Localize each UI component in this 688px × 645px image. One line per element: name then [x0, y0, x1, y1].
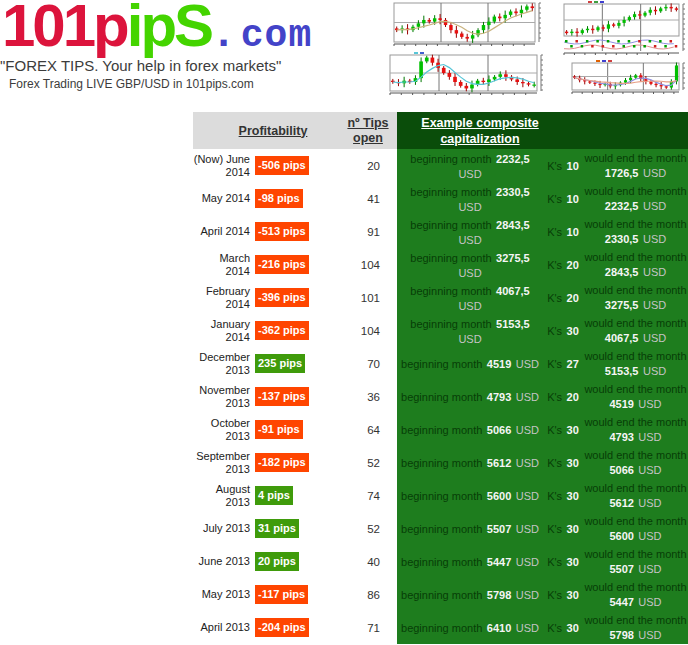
pips-cell: 235 pips	[254, 347, 316, 380]
tips-open-count: 52	[316, 446, 397, 479]
month-label: March 2014	[193, 248, 254, 281]
profitability-table: Profitability nº Tips open Example compo…	[193, 112, 688, 644]
pips-badge: 31 pips	[255, 519, 299, 538]
table-header-left: Profitability nº Tips open	[193, 112, 397, 149]
would-end-cell: would end the month 5066 USD	[583, 446, 688, 479]
pips-cell: -216 pips	[254, 248, 316, 281]
pips-badge: -182 pips	[255, 453, 309, 472]
ks-cell: K's 30	[543, 314, 583, 347]
table-row: February 2014 -396 pips 101 beginning mo…	[193, 281, 688, 314]
ks-cell: K's 20	[543, 380, 583, 413]
beginning-month-cell: beginning month 4793 USD	[397, 380, 543, 413]
table-row: (Now) June 2014 -506 pips 20 beginning m…	[193, 149, 688, 182]
table-row: August 2013 4 pips 74 beginning month 56…	[193, 479, 688, 512]
pips-badge: -513 pips	[255, 222, 309, 241]
profitability-header-link[interactable]: Profitability	[193, 124, 339, 138]
ks-cell: K's 30	[543, 446, 583, 479]
would-end-cell: would end the month 5798 USD	[583, 611, 688, 644]
tips-open-count: 41	[316, 182, 397, 215]
candlestick-chart-thumbnail-4[interactable]	[570, 60, 688, 98]
pips-badge: 20 pips	[255, 552, 299, 571]
pips-badge: 235 pips	[255, 354, 305, 373]
ks-cell: K's 10	[543, 149, 583, 182]
tips-open-count: 74	[316, 479, 397, 512]
pips-cell: -91 pips	[254, 413, 316, 446]
pips-cell: -396 pips	[254, 281, 316, 314]
table-body: (Now) June 2014 -506 pips 20 beginning m…	[193, 149, 688, 644]
table-header-row: Profitability nº Tips open Example compo…	[193, 112, 688, 149]
would-end-cell: would end the month 4519 USD	[583, 380, 688, 413]
month-label: October 2013	[193, 413, 254, 446]
pips-cell: -506 pips	[254, 149, 316, 182]
tips-open-header-link[interactable]: nº Tips open	[339, 116, 397, 146]
would-end-cell: would end the month 4067,5 USD	[583, 314, 688, 347]
pips-badge: -98 pips	[255, 189, 303, 208]
would-end-cell: would end the month 5153,5 USD	[583, 347, 688, 380]
site-tagline: "FOREX TIPS. Your help in forex markets"	[0, 57, 281, 74]
beginning-month-cell: beginning month 3275,5 USD	[397, 248, 543, 281]
example-composite-header-link[interactable]: Example composite capitalization	[405, 115, 555, 147]
beginning-month-cell: beginning month 2232,5 USD	[397, 149, 543, 182]
would-end-cell: would end the month 2232,5 USD	[583, 182, 688, 215]
beginning-month-cell: beginning month 5066 USD	[397, 413, 543, 446]
pips-cell: -513 pips	[254, 215, 316, 248]
ks-cell: K's 30	[543, 413, 583, 446]
candlestick-chart-thumbnail-3[interactable]	[562, 1, 688, 59]
ks-cell: K's 20	[543, 248, 583, 281]
month-label: September 2013	[193, 446, 254, 479]
would-end-cell: would end the month 5600 USD	[583, 512, 688, 545]
month-label: August 2013	[193, 479, 254, 512]
pips-badge: -204 pips	[255, 618, 309, 637]
ks-cell: K's 30	[543, 512, 583, 545]
table-row: March 2014 -216 pips 104 beginning month…	[193, 248, 688, 281]
site-logo[interactable]: 101pipS. com	[2, 0, 312, 56]
beginning-month-cell: beginning month 5447 USD	[397, 545, 543, 578]
month-label: December 2013	[193, 347, 254, 380]
pips-badge: 4 pips	[255, 486, 293, 505]
month-label: February 2014	[193, 281, 254, 314]
table-row: November 2013 -137 pips 36 beginning mon…	[193, 380, 688, 413]
101pips-page: 101pipS. com "FOREX TIPS. Your help in f…	[0, 0, 688, 645]
would-end-cell: would end the month 5612 USD	[583, 479, 688, 512]
beginning-month-cell: beginning month 4519 USD	[397, 347, 543, 380]
would-end-cell: would end the month 3275,5 USD	[583, 281, 688, 314]
ks-cell: K's 27	[543, 347, 583, 380]
pips-badge: -362 pips	[255, 321, 309, 340]
pips-cell: 20 pips	[254, 545, 316, 578]
would-end-cell: would end the month 5507 USD	[583, 545, 688, 578]
would-end-cell: would end the month 5447 USD	[583, 578, 688, 611]
beginning-month-cell: beginning month 6410 USD	[397, 611, 543, 644]
table-row: January 2014 -362 pips 104 beginning mon…	[193, 314, 688, 347]
ks-cell: K's 30	[543, 578, 583, 611]
table-row: December 2013 235 pips 70 beginning mont…	[193, 347, 688, 380]
tips-open-count: 40	[316, 545, 397, 578]
tips-open-count: 101	[316, 281, 397, 314]
month-label: April 2013	[193, 611, 254, 644]
tips-open-count: 104	[316, 248, 397, 281]
table-row: April 2013 -204 pips 71 beginning month …	[193, 611, 688, 644]
month-label: May 2014	[193, 182, 254, 215]
ks-cell: K's 20	[543, 281, 583, 314]
logo-com: com	[241, 14, 312, 57]
pips-cell: -182 pips	[254, 446, 316, 479]
month-label: April 2014	[193, 215, 254, 248]
tips-open-count: 70	[316, 347, 397, 380]
tips-open-count: 36	[316, 380, 397, 413]
candlestick-chart-thumbnail-2[interactable]	[388, 52, 546, 99]
beginning-month-cell: beginning month 5600 USD	[397, 479, 543, 512]
site-subtitle: Forex Trading LIVE GBP/USD in 101pips.co…	[9, 77, 254, 91]
candlestick-chart-thumbnail-1[interactable]	[392, 0, 544, 50]
tips-open-count: 91	[316, 215, 397, 248]
month-label: July 2013	[193, 512, 254, 545]
pips-cell: 4 pips	[254, 479, 316, 512]
beginning-month-cell: beginning month 5798 USD	[397, 578, 543, 611]
beginning-month-cell: beginning month 2330,5 USD	[397, 182, 543, 215]
pips-badge: -117 pips	[255, 585, 308, 604]
tips-open-count: 86	[316, 578, 397, 611]
logo-101p: 101p	[2, 0, 127, 59]
table-row: May 2014 -98 pips 41 beginning month 233…	[193, 182, 688, 215]
would-end-cell: would end the month 2330,5 USD	[583, 215, 688, 248]
table-row: April 2014 -513 pips 91 beginning month …	[193, 215, 688, 248]
table-row: June 2013 20 pips 40 beginning month 544…	[193, 545, 688, 578]
pips-badge: -137 pips	[255, 387, 309, 406]
